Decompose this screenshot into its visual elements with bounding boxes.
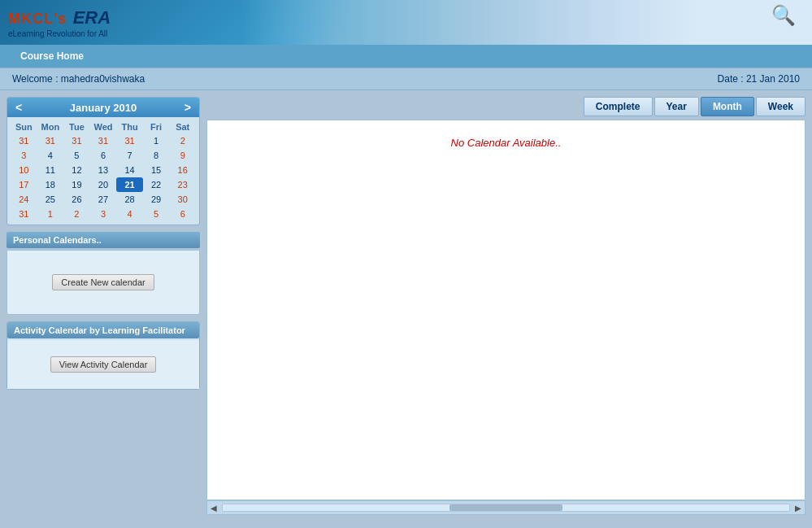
scroll-right-button[interactable]: ▶ bbox=[792, 504, 805, 513]
calendar-day[interactable]: 1 bbox=[37, 207, 64, 221]
calendar-day[interactable]: 29 bbox=[143, 192, 170, 207]
calendar-day[interactable]: 16 bbox=[169, 163, 196, 177]
view-activity-calendar-button[interactable]: View Activity Calendar bbox=[50, 356, 157, 373]
no-calendar-text: No Calendar Available.. bbox=[451, 137, 562, 149]
activity-calendar-content: View Activity Calendar bbox=[7, 340, 199, 389]
calendar-day[interactable]: 31 bbox=[37, 133, 64, 148]
calendar-day[interactable]: 17 bbox=[11, 177, 37, 192]
calendar-day[interactable]: 3 bbox=[11, 148, 37, 163]
calendar-day-headers: Sun Mon Tue Wed Thu Fri Sat bbox=[11, 120, 196, 133]
scroll-left-button[interactable]: ◀ bbox=[207, 504, 220, 513]
activity-calendar-section: Activity Calendar by Learning Facilitato… bbox=[7, 321, 200, 390]
logo-mkcl: MKCL's bbox=[8, 11, 67, 28]
calendar-day[interactable]: 20 bbox=[90, 177, 117, 192]
view-year-button[interactable]: Year bbox=[654, 97, 699, 116]
calendar-day[interactable]: 5 bbox=[63, 148, 90, 163]
calendar-next-button[interactable]: > bbox=[181, 101, 194, 114]
view-week-button[interactable]: Week bbox=[756, 97, 805, 116]
main-content: < January 2010 > Sun Mon Tue Wed Thu Fri… bbox=[0, 90, 812, 521]
day-header-fri: Fri bbox=[143, 120, 170, 133]
calendar-day[interactable]: 31 bbox=[90, 133, 117, 148]
calendar-day[interactable]: 18 bbox=[37, 177, 64, 192]
content-area: Complete Year Month Week No Calendar Ava… bbox=[206, 97, 805, 515]
calendar-day[interactable]: 22 bbox=[143, 177, 170, 192]
app-header: MKCL's ERA eLearning Revolution for All … bbox=[0, 0, 812, 45]
calendar-day[interactable]: 30 bbox=[169, 192, 196, 207]
calendar-day[interactable]: 1 bbox=[143, 133, 170, 148]
view-buttons: Complete Year Month Week bbox=[206, 97, 805, 116]
day-header-wed: Wed bbox=[90, 120, 117, 133]
calendar-day[interactable]: 14 bbox=[116, 163, 143, 177]
calendar-grid: Sun Mon Tue Wed Thu Fri Sat 31 31 31 31 … bbox=[7, 117, 199, 225]
welcome-bar: Welcome : mahedra0vishwaka Date : 21 Jan… bbox=[0, 68, 812, 90]
calendar-week-4: 17 18 19 20 21 22 23 bbox=[11, 177, 196, 192]
calendar-day[interactable]: 12 bbox=[63, 163, 90, 177]
calendar-day[interactable]: 26 bbox=[63, 192, 90, 207]
calendar-day[interactable]: 9 bbox=[169, 148, 196, 163]
calendar-week-1: 31 31 31 31 31 1 2 bbox=[11, 133, 196, 148]
view-month-button[interactable]: Month bbox=[701, 97, 754, 116]
day-header-tue: Tue bbox=[63, 120, 90, 133]
calendar-week-2: 3 4 5 6 7 8 9 bbox=[11, 148, 196, 163]
calendar-title: January 2010 bbox=[25, 102, 181, 114]
calendar-day[interactable]: 2 bbox=[169, 133, 196, 148]
calendar-widget: < January 2010 > Sun Mon Tue Wed Thu Fri… bbox=[7, 97, 200, 225]
calendar-day[interactable]: 8 bbox=[143, 148, 170, 163]
calendar-day[interactable]: 3 bbox=[90, 207, 117, 221]
day-header-thu: Thu bbox=[116, 120, 143, 133]
calendar-week-5: 24 25 26 27 28 29 30 bbox=[11, 192, 196, 207]
calendar-week-6: 31 1 2 3 4 5 6 bbox=[11, 207, 196, 221]
calendar-day[interactable]: 25 bbox=[37, 192, 64, 207]
footer: © Copyright 2010 Maharashtra Knowledge C… bbox=[0, 521, 812, 528]
calendar-day[interactable]: 7 bbox=[116, 148, 143, 163]
calendar-day[interactable]: 31 bbox=[116, 133, 143, 148]
calendar-prev-button[interactable]: < bbox=[12, 101, 25, 114]
navbar: Course Home bbox=[0, 45, 812, 68]
logo-combined: MKCL's ERA bbox=[8, 7, 111, 28]
create-new-calendar-button[interactable]: Create New calendar bbox=[52, 274, 154, 290]
calendar-week-3: 10 11 12 13 14 15 16 bbox=[11, 163, 196, 177]
view-complete-button[interactable]: Complete bbox=[584, 97, 653, 116]
welcome-text: Welcome : mahedra0vishwaka bbox=[12, 73, 145, 85]
logo-area: MKCL's ERA eLearning Revolution for All bbox=[0, 3, 119, 42]
calendar-day[interactable]: 28 bbox=[116, 192, 143, 207]
day-header-mon: Mon bbox=[37, 120, 64, 133]
header-decoration bbox=[243, 0, 812, 45]
sidebar: < January 2010 > Sun Mon Tue Wed Thu Fri… bbox=[7, 97, 200, 515]
activity-calendar-header: Activity Calendar by Learning Facilitato… bbox=[7, 322, 199, 338]
day-header-sat: Sat bbox=[169, 120, 196, 133]
calendar-day[interactable]: 27 bbox=[90, 192, 117, 207]
calendar-day[interactable]: 6 bbox=[169, 207, 196, 221]
calendar-day[interactable]: 19 bbox=[63, 177, 90, 192]
scroll-track[interactable] bbox=[222, 504, 790, 512]
calendar-day[interactable]: 31 bbox=[11, 207, 37, 221]
logo-era: ERA bbox=[73, 7, 111, 28]
personal-calendars-content: Create New calendar bbox=[7, 250, 200, 315]
logo-tagline: eLearning Revolution for All bbox=[8, 29, 111, 38]
scroll-thumb[interactable] bbox=[449, 504, 562, 511]
day-header-sun: Sun bbox=[11, 120, 37, 133]
calendar-header: < January 2010 > bbox=[7, 98, 199, 117]
calendar-day[interactable]: 24 bbox=[11, 192, 37, 207]
calendar-day[interactable]: 4 bbox=[37, 148, 64, 163]
calendar-day-today[interactable]: 21 bbox=[116, 177, 143, 192]
header-icon: 🔍 bbox=[771, 4, 796, 27]
calendar-day[interactable]: 31 bbox=[63, 133, 90, 148]
calendar-day[interactable]: 13 bbox=[90, 163, 117, 177]
calendar-day[interactable]: 23 bbox=[169, 177, 196, 192]
personal-calendars-section: Personal Calendars.. Create New calendar bbox=[7, 232, 200, 315]
calendar-day[interactable]: 10 bbox=[11, 163, 37, 177]
calendar-display-area: No Calendar Available.. bbox=[206, 120, 805, 500]
horizontal-scrollbar[interactable]: ◀ ▶ bbox=[206, 500, 805, 515]
calendar-day[interactable]: 4 bbox=[116, 207, 143, 221]
calendar-day[interactable]: 15 bbox=[143, 163, 170, 177]
calendar-day[interactable]: 31 bbox=[11, 133, 37, 148]
date-text: Date : 21 Jan 2010 bbox=[718, 73, 800, 85]
calendar-day[interactable]: 5 bbox=[143, 207, 170, 221]
calendar-day[interactable]: 6 bbox=[90, 148, 117, 163]
personal-calendars-header: Personal Calendars.. bbox=[7, 232, 200, 248]
calendar-day[interactable]: 11 bbox=[37, 163, 64, 177]
calendar-day[interactable]: 2 bbox=[63, 207, 90, 221]
course-home-link[interactable]: Course Home bbox=[12, 50, 92, 62]
